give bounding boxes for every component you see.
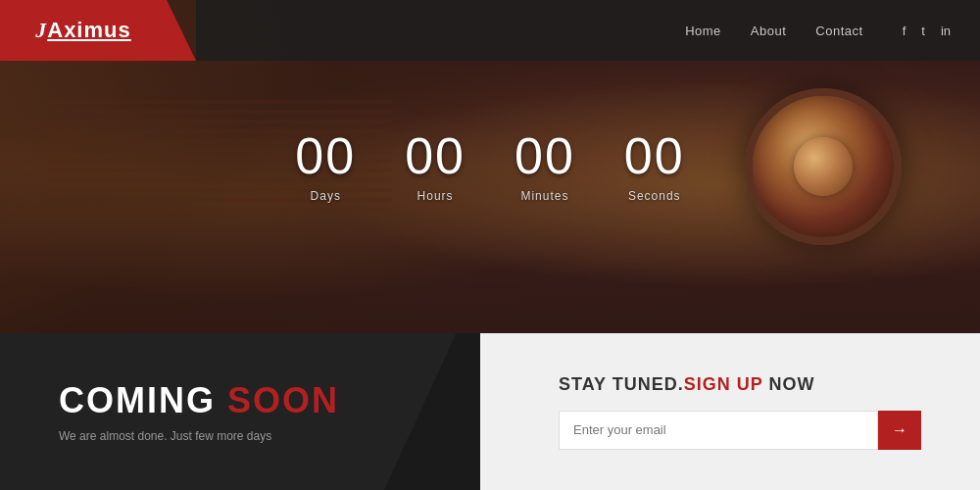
now-text: NOW [768,374,814,394]
coming-text: COMING [59,380,216,420]
email-submit-button[interactable]: → [878,411,921,450]
brand-logo[interactable]: JAximus [0,0,196,61]
bottom-section: COMING SOON We are almost done. Just few… [0,333,980,490]
stay-tuned-title: STAY TUNED.SIGN UP NOW [559,374,921,395]
signup-panel: STAY TUNED.SIGN UP NOW → [480,333,980,490]
countdown-minutes: 00 Minutes [514,130,575,203]
days-value: 00 [295,130,356,181]
countdown-days: 00 Days [295,130,356,203]
radio-dial [745,88,902,245]
countdown-seconds: 00 Seconds [624,130,685,203]
seconds-value: 00 [624,130,685,181]
submit-arrow-icon: → [892,421,907,439]
brand-text: JAximus [35,18,130,43]
minutes-value: 00 [514,130,575,181]
countdown-hours: 00 Hours [405,130,466,203]
nav-contact[interactable]: Contact [815,24,862,38]
twitter-icon[interactable]: t [921,24,925,38]
navbar-right: Home About Contact f t in [196,0,980,61]
hours-label: Hours [417,189,454,203]
social-icons: f t in [903,24,951,38]
seconds-label: Seconds [628,189,681,203]
navbar: JAximus Home About Contact f t in [0,0,980,61]
hours-value: 00 [405,130,466,181]
soon-accent: SOON [227,380,339,420]
countdown-timer: 00 Days 00 Hours 00 Minutes 00 Seconds [295,130,684,203]
facebook-icon[interactable]: f [903,24,906,38]
minutes-label: Minutes [520,189,568,203]
coming-soon-subtitle: We are almost done. Just few more days [59,429,421,443]
email-input[interactable] [559,411,878,450]
stay-tuned-static: STAY TUNED. [559,374,684,394]
coming-soon-title: COMING SOON [59,380,421,421]
coming-soon-panel: COMING SOON We are almost done. Just few… [0,333,480,490]
days-label: Days [311,189,341,203]
nav-links: Home About Contact [685,24,862,38]
email-form: → [559,411,921,450]
sign-up-text: SIGN UP [684,374,763,394]
linkedin-icon[interactable]: in [941,24,951,38]
nav-about[interactable]: About [751,24,786,38]
nav-home[interactable]: Home [685,24,721,38]
